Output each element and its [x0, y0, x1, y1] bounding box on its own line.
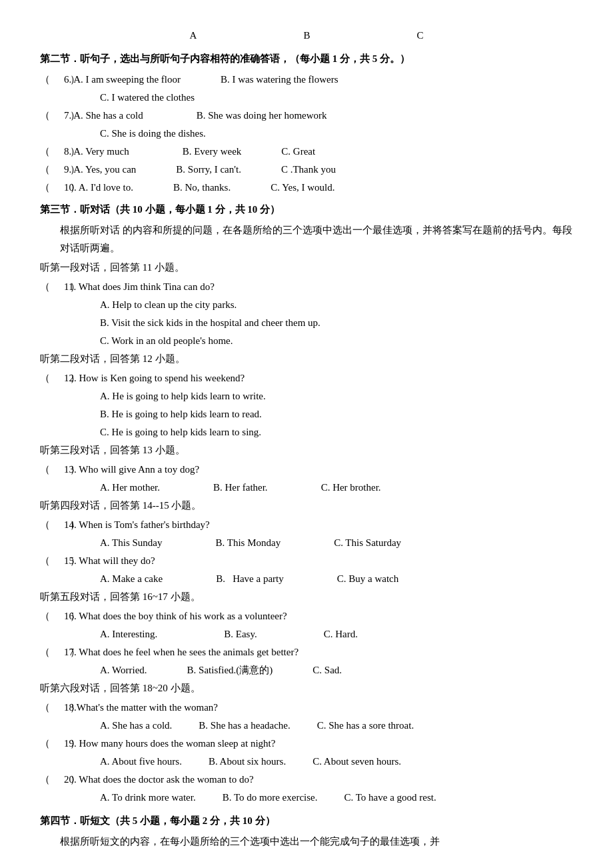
section3-intro: 根据所听对话 的内容和所提的问题，在各题所给的三个选项中选出一个最佳选项，并将答… — [60, 221, 573, 257]
q17-b: B. Satisfied.(满意的) — [187, 661, 273, 679]
q14-a: A. This Sunday — [100, 534, 162, 552]
q7-a: 7. A. She has a cold — [64, 107, 143, 125]
dialog5-label: 听第五段对话，回答第 16~17 小题。 — [40, 588, 573, 606]
q14-options: A. This Sunday B. This Monday C. This Sa… — [100, 534, 573, 552]
dialog2-label: 听第二段对话，回答第 12 小题。 — [40, 350, 573, 368]
q18-c: C. She has a sore throat. — [317, 717, 414, 735]
q12-text: 12. How is Ken going to spend his weeken… — [64, 369, 245, 387]
section4-header: 第四节．听短文（共 5 小题，每小题 2 分，共 10 分） — [40, 812, 573, 830]
section4-intro: 根据所听短文的内容，在每小题所给的三个选项中选出一个能完成句子的最佳选项，并 — [60, 833, 573, 851]
q17-a: A. Worried. — [100, 661, 147, 679]
q18-b: B. She has a headache. — [199, 717, 290, 735]
question-18: （ ） 18.What's the matter with the woman?… — [40, 699, 573, 735]
q14-paren: （ ） — [40, 516, 64, 534]
question-11: （ ） 11. What does Jim think Tina can do?… — [40, 278, 573, 350]
dialog3-label: 听第三段对话，回答第 13 小题。 — [40, 441, 573, 459]
q6-a: 6. A. I am sweeping the floor — [64, 71, 181, 89]
dialog1-label: 听第一段对话，回答第 11 小题。 — [40, 259, 573, 277]
question-17: （ ） 17. What does he feel when he sees t… — [40, 643, 573, 679]
q19-a: A. About five hours. — [100, 753, 182, 771]
q10-b: B. No, thanks. — [173, 179, 231, 197]
q12-paren: （ ） — [40, 369, 64, 387]
label-a: A — [190, 27, 197, 45]
q9-paren: （ ） — [40, 161, 64, 179]
question-13: （ ） 13. Who will give Ann a toy dog? A. … — [40, 461, 573, 497]
q8-paren: （ ） — [40, 143, 64, 161]
q13-text: 13. Who will give Ann a toy dog? — [64, 461, 199, 479]
q6-b: B. I was watering the flowers — [221, 71, 338, 89]
q16-a: A. Interesting. — [100, 625, 157, 643]
q16-text: 16. What does the boy think of his work … — [64, 607, 287, 625]
q15-paren: （ ） — [40, 552, 64, 570]
question-12: （ ） 12. How is Ken going to spend his we… — [40, 369, 573, 441]
q20-text: 20. What does the doctor ask the woman t… — [64, 771, 254, 789]
label-c: C — [416, 27, 423, 45]
question-14: （ ） 14. When is Tom's father's birthday?… — [40, 516, 573, 552]
q18-paren: （ ） — [40, 699, 64, 717]
q12-c: C. He is going to help kids learn to sin… — [100, 423, 573, 441]
q13-options: A. Her mother. B. Her father. C. Her bro… — [100, 479, 573, 497]
q17-paren: （ ） — [40, 643, 64, 661]
q11-a: A. Help to clean up the city parks. — [100, 296, 573, 314]
label-b: B — [303, 27, 310, 45]
dialog6-label: 听第六段对话，回答第 18~20 小题。 — [40, 679, 573, 697]
q7-b: B. She was doing her homework — [197, 107, 327, 125]
q12-a: A. He is going to help kids learn to wri… — [100, 387, 573, 405]
q17-text: 17. What does he feel when he sees the a… — [64, 643, 299, 661]
question-8-row: （ ） 8. A. Very much B. Every week C. Gre… — [40, 143, 573, 161]
q20-options: A. To drink more water. B. To do more ex… — [100, 789, 573, 807]
q20-a: A. To drink more water. — [100, 789, 196, 807]
q6-c: C. I watered the clothes — [100, 89, 573, 107]
q7-paren: （ ） — [40, 107, 64, 125]
q17-options: A. Worried. B. Satisfied.(满意的) C. Sad. — [100, 661, 573, 679]
q19-options: A. About five hours. B. About six hours.… — [100, 753, 573, 771]
q11-text: 11. What does Jim think Tina can do? — [64, 278, 215, 296]
q16-paren: （ ） — [40, 607, 64, 625]
q16-c: C. Hard. — [324, 625, 358, 643]
q17-c: C. Sad. — [312, 661, 342, 679]
q20-b: B. To do more exercise. — [223, 789, 318, 807]
q15-b: B. Have a party — [216, 570, 284, 588]
q10-c: C. Yes, I would. — [271, 179, 334, 197]
question-10-row: （ ） 10. A. I'd love to. B. No, thanks. C… — [40, 179, 573, 197]
q13-c: C. Her brother. — [321, 479, 381, 497]
q9-b: B. Sorry, I can't. — [176, 161, 241, 179]
q19-text: 19. How many hours does the woman sleep … — [64, 735, 275, 753]
q13-a: A. Her mother. — [100, 479, 160, 497]
q14-c: C. This Saturday — [334, 534, 401, 552]
question-16: （ ） 16. What does the boy think of his w… — [40, 607, 573, 643]
q19-paren: （ ） — [40, 735, 64, 753]
question-15: （ ） 15. What will they do? A. Make a cak… — [40, 552, 573, 588]
q9-a: 9. A. Yes, you can — [64, 161, 136, 179]
q16-options: A. Interesting. B. Easy. C. Hard. — [100, 625, 573, 643]
q19-b: B. About six hours. — [209, 753, 286, 771]
q14-b: B. This Monday — [215, 534, 281, 552]
q16-b: B. Easy. — [224, 625, 257, 643]
abc-header-row: A B C — [40, 27, 573, 45]
q7-c: C. She is doing the dishes. — [100, 125, 573, 143]
q15-c: C. Buy a watch — [337, 570, 398, 588]
question-9-row: （ ） 9. A. Yes, you can B. Sorry, I can't… — [40, 161, 573, 179]
dialog4-label: 听第四段对话，回答第 14--15 小题。 — [40, 497, 573, 515]
q15-text: 15. What will they do? — [64, 552, 155, 570]
q10-paren: （ ） — [40, 179, 64, 197]
q20-paren: （ ） — [40, 771, 64, 789]
q19-c: C. About seven hours. — [312, 753, 401, 771]
q20-c: C. To have a good rest. — [344, 789, 436, 807]
question-6-row: （ ） 6. A. I am sweeping the floor B. I w… — [40, 71, 573, 107]
q15-a: A. Make a cake — [100, 570, 163, 588]
question-7-row: （ ） 7. A. She has a cold B. She was doin… — [40, 107, 573, 143]
q6-paren: （ ） — [40, 71, 64, 89]
q11-paren: （ ） — [40, 278, 64, 296]
q10-a: 10. A. I'd love to. — [64, 179, 133, 197]
q13-paren: （ ） — [40, 461, 64, 479]
q18-a: A. She has a cold. — [100, 717, 172, 735]
question-19: （ ） 19. How many hours does the woman sl… — [40, 735, 573, 771]
section3-header: 第三节．听对话（共 10 小题，每小题 1 分，共 10 分） — [40, 201, 573, 219]
q15-options: A. Make a cake B. Have a party C. Buy a … — [100, 570, 573, 588]
q8-b: B. Every week — [183, 143, 242, 161]
q8-a: 8. A. Very much — [64, 143, 129, 161]
question-20: （ ） 20. What does the doctor ask the wom… — [40, 771, 573, 807]
q8-c: C. Great — [281, 143, 315, 161]
q11-b: B. Visit the sick kids in the hospital a… — [100, 314, 573, 332]
